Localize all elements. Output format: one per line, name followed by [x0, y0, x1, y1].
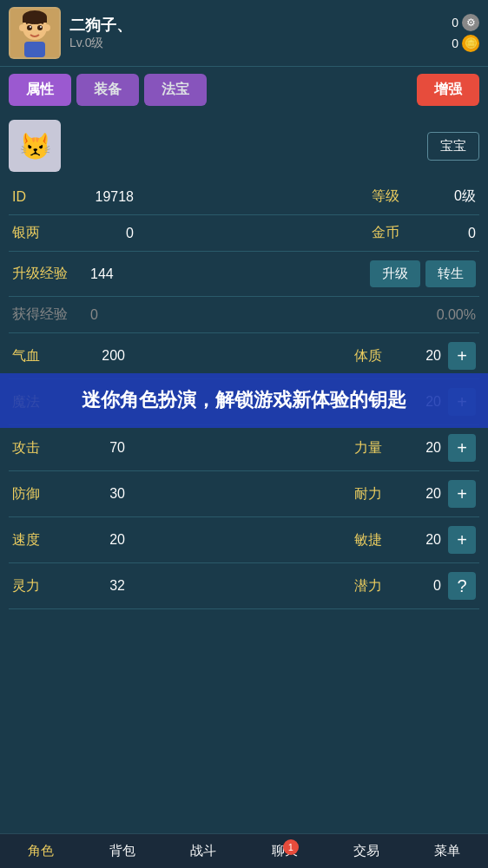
player-info: 二狗子、 Lv.0级	[61, 15, 452, 51]
silver-gold-row: 银两 0 金币 0	[9, 215, 479, 252]
def-row: 防御 30 耐力 20 +	[9, 471, 479, 517]
potential-value: 0	[406, 578, 441, 594]
pet-icon: 😾	[9, 120, 61, 172]
power-add-button[interactable]: +	[448, 434, 476, 462]
upgrade-exp-label: 升级经验	[12, 265, 90, 283]
nav-trade-label: 交易	[353, 843, 379, 859]
spirit-value: 32	[73, 578, 125, 594]
nav-character-label: 角色	[28, 843, 54, 859]
svg-rect-3	[23, 17, 47, 23]
tab-enhance[interactable]: 增强	[417, 74, 479, 106]
atk-value: 70	[73, 440, 125, 456]
svg-point-4	[27, 25, 32, 30]
gain-exp-value: 0	[90, 307, 437, 323]
power-value: 20	[406, 440, 441, 456]
nav-backpack-label: 背包	[109, 843, 135, 859]
bottom-nav: 角色 背包 战斗 1 聊天 交易 菜单	[0, 833, 488, 868]
player-level: Lv.0级	[69, 36, 452, 51]
agility-value: 20	[406, 532, 441, 548]
constitution-add-button[interactable]: +	[448, 342, 476, 370]
nav-chat[interactable]: 1 聊天	[244, 834, 326, 868]
agility-add-button[interactable]: +	[448, 526, 476, 554]
pet-section: 😾 宝宝	[9, 120, 479, 172]
nav-character[interactable]: 角色	[0, 834, 82, 868]
id-level-row: ID 19718 等级 0级	[9, 179, 479, 215]
gain-exp-percent: 0.00%	[437, 307, 476, 323]
baby-button[interactable]: 宝宝	[427, 132, 479, 161]
header-right: 0 ⚙ 0 🪙	[452, 14, 479, 52]
svg-rect-8	[24, 42, 45, 57]
speed-value: 20	[73, 532, 125, 548]
gain-exp-label: 获得经验	[12, 306, 90, 324]
tab-treasure[interactable]: 法宝	[144, 74, 207, 106]
nav-battle[interactable]: 战斗	[162, 834, 244, 868]
nav-menu-label: 菜单	[434, 843, 460, 859]
gold-stat-value: 0	[424, 226, 476, 241]
potential-label: 潜力	[354, 577, 406, 595]
player-name: 二狗子、	[69, 15, 452, 36]
agility-label: 敏捷	[354, 531, 406, 549]
gain-exp-row: 获得经验 0 0.00%	[9, 297, 479, 333]
spirit-row: 灵力 32 潜力 0 ?	[9, 563, 479, 609]
reborn-button[interactable]: 转生	[425, 260, 476, 287]
svg-point-6	[30, 26, 31, 28]
upgrade-exp-value: 144	[90, 266, 365, 282]
speed-label: 速度	[12, 531, 73, 549]
upgrade-row: 升级经验 144 升级 转生	[9, 252, 479, 297]
hp-label: 气血	[12, 347, 73, 365]
nav-menu[interactable]: 菜单	[406, 834, 488, 868]
endurance-label: 耐力	[354, 485, 406, 503]
power-label: 力量	[354, 439, 406, 457]
id-label: ID	[12, 189, 64, 205]
svg-point-9	[19, 24, 26, 31]
content-area: 😾 宝宝 ID 19718 等级 0级 银两 0 金币 0 升级经验 144 升…	[0, 120, 488, 609]
nav-backpack[interactable]: 背包	[82, 834, 163, 868]
constitution-value: 20	[406, 348, 441, 364]
banner-text: 迷你角色扮演，解锁游戏新体验的钥匙	[17, 387, 471, 414]
id-value: 19718	[64, 189, 134, 205]
level-value: 0级	[424, 187, 476, 206]
banner-overlay: 迷你角色扮演，解锁游戏新体验的钥匙	[0, 373, 488, 428]
endurance-add-button[interactable]: +	[448, 480, 476, 508]
gold-amount: 0	[452, 36, 458, 50]
def-label: 防御	[12, 485, 73, 503]
level-label: 等级	[372, 187, 424, 206]
svg-point-5	[37, 25, 43, 30]
endurance-value: 20	[406, 486, 441, 502]
avatar	[9, 7, 61, 59]
nav-trade[interactable]: 交易	[326, 834, 407, 868]
tab-bar: 属性 装备 法宝 增强	[0, 67, 488, 113]
upgrade-button[interactable]: 升级	[370, 260, 420, 287]
nav-battle-label: 战斗	[190, 843, 216, 859]
chat-badge: 1	[283, 839, 299, 855]
speed-row: 速度 20 敏捷 20 +	[9, 517, 479, 563]
header: 二狗子、 Lv.0级 0 ⚙ 0 🪙	[0, 0, 488, 67]
svg-point-7	[40, 26, 42, 28]
constitution-label: 体质	[354, 347, 406, 365]
gold-label: 金币	[372, 224, 424, 242]
spirit-label: 灵力	[12, 577, 73, 595]
silver-label: 银两	[12, 224, 64, 242]
tab-equip[interactable]: 装备	[76, 74, 139, 106]
silver-icon: ⚙	[462, 14, 479, 31]
gold-row: 0 🪙	[452, 35, 479, 52]
def-value: 30	[73, 486, 125, 502]
tab-attr[interactable]: 属性	[9, 74, 71, 106]
atk-row: 攻击 70 力量 20 +	[9, 425, 479, 471]
silver-amount: 0	[452, 16, 458, 30]
gold-icon: 🪙	[462, 35, 479, 52]
hp-value: 200	[73, 348, 125, 364]
silver-stat-value: 0	[64, 226, 134, 241]
silver-row: 0 ⚙	[452, 14, 479, 31]
svg-point-10	[43, 24, 50, 31]
atk-label: 攻击	[12, 439, 73, 457]
potential-help-button[interactable]: ?	[448, 572, 476, 600]
